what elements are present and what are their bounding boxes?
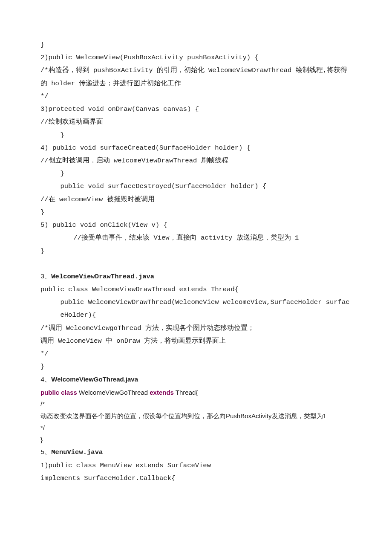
heading-number: 3、 <box>40 273 51 280</box>
heading-number: 5、 <box>40 448 51 456</box>
document-page: } 2)public WelcomeView(PushBoxActivity p… <box>0 0 392 510</box>
code-line: } <box>40 129 352 142</box>
code-line: } <box>40 360 352 373</box>
code-comment: //在 welcomeView 被摧毁时被调用 <box>40 193 352 206</box>
heading-filename: WelcomeViewDrawThread.java <box>51 273 154 280</box>
code-comment: /*调用 WelcomeViewgoThread 方法，实现各个图片动态移动位置… <box>40 322 352 335</box>
code-line: */ <box>40 347 352 360</box>
code-line: public WelcomeViewDrawThread(WelcomeView… <box>40 296 352 321</box>
heading-filename: MenuView.java <box>51 448 103 456</box>
keyword-public: public <box>40 389 59 396</box>
code-line: public void surfaceDestroyed(SurfaceHold… <box>40 180 352 193</box>
code-comment: 调用 WelcomeView 中 onDraw 方法，将动画显示到界面上 <box>40 335 352 347</box>
code-comment: //绘制欢送动画界面 <box>40 116 352 128</box>
code-line: } <box>40 38 352 51</box>
code-comment: //接受单击事件，结束该 View，直接向 activity 放送消息，类型为 … <box>40 231 352 244</box>
code-line: 4) public void surfaceCreated(SurfaceHol… <box>40 142 352 154</box>
code-line: public class WelcomeViewDrawThread exten… <box>40 283 352 296</box>
blank-line <box>40 257 352 270</box>
heading-number: 4、 <box>40 376 51 384</box>
code-line: } <box>40 434 352 446</box>
section-3-heading: 3、WelcomeViewDrawThread.java <box>40 270 352 283</box>
code-line: 5) public void onClick(View v) { <box>40 219 352 231</box>
class-name: WelcomeViewGoThread <box>77 389 150 396</box>
code-line: */ <box>40 90 352 103</box>
code-line: 2)public WelcomeView(PushBoxActivity pus… <box>40 51 352 64</box>
code-line: implements SurfaceHolder.Callback{ <box>40 472 352 485</box>
code-comment: 动态改变欢送界面各个图片的位置，假设每个位置均到位，那么向PushBoxActi… <box>40 410 352 422</box>
code-line: } <box>40 245 352 257</box>
code-comment: */ <box>40 422 352 434</box>
code-comment: /* <box>40 398 352 410</box>
code-class-declaration: public class WelcomeViewGoThread extends… <box>40 387 352 399</box>
section-5-heading: 5、MenuView.java <box>40 445 352 459</box>
keyword-extends: extends <box>150 389 174 396</box>
code-line: 3)protected void onDraw(Canvas canvas) { <box>40 103 352 116</box>
code-comment: /*构造器，得到 pushBoxActivity 的引用，初始化 Welcome… <box>40 64 352 90</box>
heading-filename: WelcomeViewGoThread.java <box>51 376 138 383</box>
code-line: } <box>40 206 352 219</box>
section-4-heading: 4、WelcomeViewGoThread.java <box>40 373 352 386</box>
code-line: } <box>40 167 352 180</box>
keyword-class: class <box>59 389 77 396</box>
parent-class: Thread{ <box>174 389 198 396</box>
code-comment: //创立时被调用，启动 welcomeViewDrawThread 刷帧线程 <box>40 154 352 167</box>
code-line: 1)public class MenuView extends SurfaceV… <box>40 459 352 472</box>
